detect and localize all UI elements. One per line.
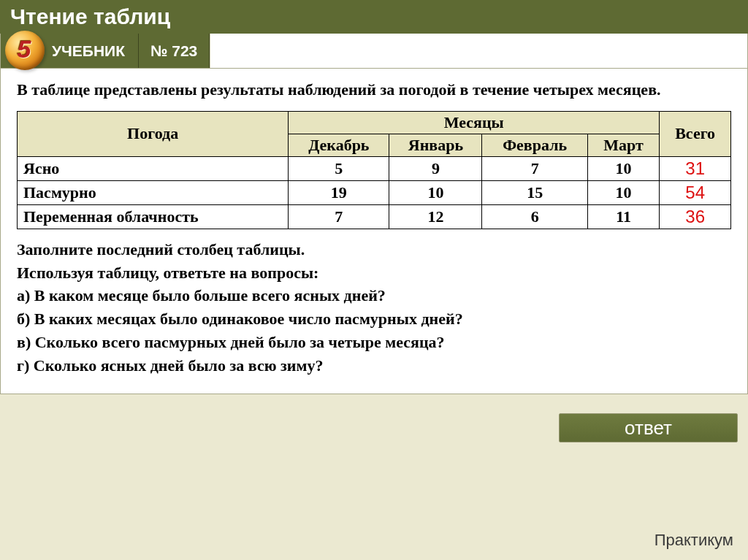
row-label: Пасмурно (18, 180, 289, 204)
page-title: Чтение таблиц (0, 0, 748, 34)
footer-label: Практикум (654, 531, 733, 550)
cell: 19 (289, 180, 389, 204)
question-d: г) Сколько ясных дней было за всю зиму? (17, 354, 731, 377)
cell: 10 (587, 156, 659, 180)
cell: 11 (587, 204, 659, 229)
table-row: Ясно 5 9 7 10 31 (18, 156, 731, 180)
cell: 7 (289, 204, 389, 229)
instructions: Заполните последний столбец таблицы. Исп… (17, 238, 731, 377)
col-month-3: Март (587, 134, 659, 156)
cell: 10 (389, 180, 482, 204)
cell-total: 54 (660, 180, 731, 204)
cell: 12 (389, 204, 482, 229)
grade-value: 5 (18, 35, 31, 64)
col-month-0: Декабрь (289, 134, 389, 156)
question-a: а) В каком месяце было больше всего ясны… (17, 284, 731, 307)
table-row: Пасмурно 19 10 15 10 54 (18, 180, 731, 204)
question-b: б) В каких месяцах было одинаковое число… (17, 307, 731, 331)
col-total: Всего (660, 111, 731, 156)
toolbar-spacer (210, 34, 747, 68)
col-month-1: Январь (389, 134, 482, 156)
weather-table: Погода Месяцы Всего Декабрь Январь Февра… (17, 111, 731, 229)
instruction-line: Заполните последний столбец таблицы. (17, 238, 731, 261)
cell: 5 (289, 156, 389, 180)
cell-total: 36 (660, 204, 731, 229)
intro-text: В таблице представлены результаты наблюд… (17, 79, 731, 101)
toolbar: 5 УЧЕБНИК № 723 (0, 34, 748, 69)
cell: 9 (389, 156, 482, 180)
row-label: Переменная облачность (18, 204, 289, 229)
cell: 15 (482, 180, 587, 204)
answer-row: ответ (0, 394, 748, 442)
col-months-group: Месяцы (289, 111, 660, 134)
question-c: в) Сколько всего пасмурных дней было за … (17, 331, 731, 354)
row-label: Ясно (18, 156, 289, 180)
cell: 6 (482, 204, 587, 229)
table-row: Переменная облачность 7 12 6 11 36 (18, 204, 731, 229)
col-month-2: Февраль (482, 134, 587, 156)
cell-total: 31 (660, 156, 731, 180)
instruction-line: Используя таблицу, ответьте на вопросы: (17, 261, 731, 285)
col-weather: Погода (18, 111, 289, 156)
cell: 10 (587, 180, 659, 204)
answer-button[interactable]: ответ (559, 413, 738, 442)
cell: 7 (482, 156, 587, 180)
grade-badge: 5 (5, 31, 45, 70)
tab-exercise-number[interactable]: № 723 (139, 34, 210, 68)
content-panel: В таблице представлены результаты наблюд… (0, 69, 748, 394)
